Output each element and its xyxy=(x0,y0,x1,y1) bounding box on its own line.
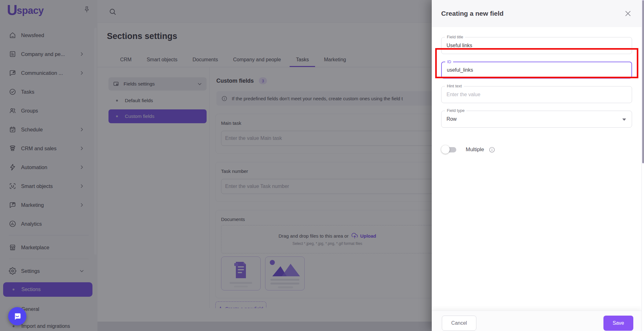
modal-backdrop[interactable] xyxy=(0,0,432,331)
field-title-input[interactable]: Field title Useful links xyxy=(441,37,632,54)
dropdown-caret-icon xyxy=(622,119,626,121)
page-scrollbar[interactable] xyxy=(641,0,644,331)
id-input[interactable]: ID useful_links xyxy=(441,62,632,79)
drawer-body: Field title Useful links ID useful_links… xyxy=(432,27,641,154)
field-type-value: Row xyxy=(447,116,457,122)
cancel-button[interactable]: Cancel xyxy=(442,316,476,331)
drawer-title: Creating a new field xyxy=(441,10,624,17)
chat-bubble-icon xyxy=(13,312,22,321)
multiple-toggle[interactable] xyxy=(441,145,457,154)
chat-launcher-button[interactable] xyxy=(8,307,26,325)
close-icon[interactable] xyxy=(624,9,632,18)
scrollbar-thumb[interactable] xyxy=(642,0,644,163)
multiple-label: Multiple xyxy=(466,146,484,153)
id-value: useful_links xyxy=(447,67,473,73)
field-title-label: Field title xyxy=(445,35,465,39)
save-button[interactable]: Save xyxy=(603,316,633,331)
id-label: ID xyxy=(445,59,453,64)
drawer-footer: Cancel Save xyxy=(432,311,641,331)
hint-text-placeholder: Enter the value xyxy=(447,92,480,97)
drawer-header: Creating a new field xyxy=(432,0,641,27)
creating-new-field-drawer: Creating a new field Field title Useful … xyxy=(432,0,641,331)
field-type-label: Field type xyxy=(445,108,466,113)
hint-text-input[interactable]: Hint text Enter the value xyxy=(441,86,632,103)
field-title-value: Useful links xyxy=(447,43,472,48)
info-icon[interactable] xyxy=(489,146,495,153)
hint-text-label: Hint text xyxy=(445,84,464,88)
field-type-select[interactable]: Field type Row xyxy=(441,111,632,128)
